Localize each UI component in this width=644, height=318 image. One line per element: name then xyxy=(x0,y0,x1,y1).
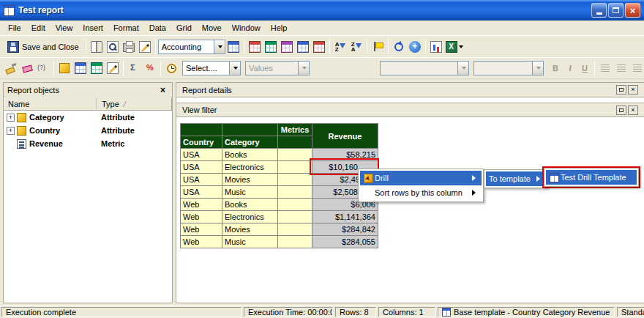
grid-category-header[interactable]: Category xyxy=(222,136,278,149)
autostyle-button[interactable] xyxy=(56,59,72,77)
tree-item-revenue[interactable]: Revenue Metric xyxy=(4,137,172,150)
print-preview-button[interactable] xyxy=(105,38,121,56)
grid-row-header[interactable]: Web xyxy=(181,223,222,236)
maximize-panel-button[interactable] xyxy=(616,85,626,95)
grid-revenue-header[interactable]: Revenue xyxy=(312,124,378,149)
grid-row-header[interactable]: Music xyxy=(222,186,278,199)
menu-insert[interactable]: Insert xyxy=(78,21,108,34)
combo-dropdown-button[interactable] xyxy=(229,62,240,75)
menu-move[interactable]: Move xyxy=(197,21,227,34)
menu-edit[interactable]: Edit xyxy=(26,21,50,34)
grid-row-header[interactable]: Books xyxy=(222,199,278,211)
maximize-panel-button[interactable] xyxy=(616,106,626,115)
menu-item-to-template[interactable]: To template xyxy=(486,171,546,186)
grid-value-cell[interactable]: $1,141,364 xyxy=(312,211,378,223)
outline-button[interactable] xyxy=(295,38,311,56)
grid-row-header[interactable]: USA xyxy=(181,149,222,161)
percent-button[interactable] xyxy=(142,59,158,77)
minimize-button[interactable] xyxy=(591,3,607,18)
menu-data[interactable]: Data xyxy=(144,21,171,34)
object-type: Attribute xyxy=(101,113,135,122)
insert-column-button[interactable] xyxy=(263,38,279,56)
grid-row-header[interactable]: USA xyxy=(181,174,222,186)
menu-item-drill[interactable]: Drill xyxy=(360,171,482,185)
close-button[interactable]: × xyxy=(625,3,640,18)
column-header-type[interactable]: Type/ xyxy=(97,97,172,111)
grid-value-cell[interactable]: $58,215 xyxy=(312,149,378,161)
menu-window[interactable]: Window xyxy=(227,21,266,34)
toolbar-separator xyxy=(155,40,156,54)
close-panel-button[interactable]: × xyxy=(157,84,168,95)
grid-metrics-label[interactable]: Metrics xyxy=(278,124,312,136)
grid-row-header[interactable]: Electronics xyxy=(222,211,278,223)
menu-grid[interactable]: Grid xyxy=(171,21,197,34)
select-combo[interactable]: Select.... xyxy=(182,61,241,75)
caret-down-icon xyxy=(459,45,463,48)
grid-value-cell[interactable]: $284,055 xyxy=(312,236,378,248)
tree-item-country[interactable]: + Country Attribute xyxy=(4,124,172,137)
grid-row-header[interactable]: Electronics xyxy=(222,161,278,174)
toolbar-separator xyxy=(594,61,595,75)
grid-row-header[interactable]: Movies xyxy=(222,174,278,186)
schedule-button[interactable] xyxy=(163,59,179,77)
number-format-combo[interactable]: Accounting xyxy=(158,40,225,54)
export-excel-button[interactable] xyxy=(444,38,465,56)
menu-item-sort-rows[interactable]: Sort rows by this column xyxy=(360,185,482,200)
refresh-button[interactable] xyxy=(391,38,407,56)
column-header-name[interactable]: Name xyxy=(4,97,97,111)
clear-formatting-button[interactable] xyxy=(19,59,35,77)
print-button[interactable] xyxy=(121,38,137,56)
grid-row-header[interactable]: Music xyxy=(222,236,278,248)
grid-row-header[interactable]: USA xyxy=(181,161,222,174)
toolbar-separator xyxy=(86,40,86,54)
close-filter-button[interactable]: × xyxy=(628,106,638,115)
menu-item-test-drill-template[interactable]: Test Drill Template xyxy=(546,170,637,185)
format-grid-button[interactable] xyxy=(105,59,121,77)
combo-dropdown-button[interactable] xyxy=(214,40,225,53)
view-filter-title: View filter xyxy=(182,106,217,114)
banding-button[interactable] xyxy=(279,38,295,56)
merge-cells-button[interactable] xyxy=(311,38,327,56)
help-button[interactable] xyxy=(35,59,51,77)
percent-icon xyxy=(144,62,156,74)
maximize-button[interactable] xyxy=(608,3,624,18)
save-and-close-label: Save and Close xyxy=(22,42,79,51)
insert-object-button[interactable] xyxy=(407,38,423,56)
grid-view-button[interactable] xyxy=(225,38,242,56)
sort-ascending-button[interactable] xyxy=(332,38,348,56)
format-painter-button[interactable] xyxy=(3,59,19,77)
grid-value-cell[interactable]: $284,842 xyxy=(312,223,378,236)
subtotals-button[interactable] xyxy=(126,59,142,77)
menu-file[interactable]: File xyxy=(3,21,26,34)
grid-row-header[interactable]: USA xyxy=(181,186,222,199)
grid-row-header[interactable]: Web xyxy=(181,211,222,223)
report-details-button[interactable] xyxy=(89,38,105,56)
close-details-button[interactable]: × xyxy=(628,85,638,95)
caret-down-icon xyxy=(218,45,222,48)
panel-buttons: × xyxy=(616,106,638,115)
bold-button: B xyxy=(548,61,563,75)
grid-row-header[interactable]: Web xyxy=(181,199,222,211)
insert-row-button[interactable] xyxy=(247,38,263,56)
menu-format[interactable]: Format xyxy=(108,21,144,34)
format-values-button[interactable] xyxy=(89,59,105,77)
page-setup-button[interactable] xyxy=(137,38,153,56)
tree-item-category[interactable]: + Category Attribute xyxy=(4,111,172,124)
title-bar[interactable]: Test report × xyxy=(0,0,644,21)
grid-row-header[interactable]: Movies xyxy=(222,223,278,236)
grid-country-header[interactable]: Country xyxy=(181,136,222,149)
toolbar-separator xyxy=(425,40,426,54)
status-rows: Rows: 8 xyxy=(335,307,376,317)
format-headers-button[interactable] xyxy=(72,59,89,77)
expand-icon[interactable]: + xyxy=(7,127,15,135)
chart-button[interactable] xyxy=(428,38,444,56)
sort-descending-button[interactable] xyxy=(348,38,364,56)
save-and-close-button[interactable]: Save and Close xyxy=(3,38,83,56)
menu-view[interactable]: View xyxy=(50,21,78,34)
grid-row-header[interactable]: Books xyxy=(222,149,278,161)
drill-button[interactable] xyxy=(370,38,386,56)
menu-help[interactable]: Help xyxy=(266,21,293,34)
grid-row-header[interactable]: Web xyxy=(181,236,222,248)
expand-icon[interactable]: + xyxy=(7,114,15,122)
brush-icon xyxy=(5,62,17,74)
